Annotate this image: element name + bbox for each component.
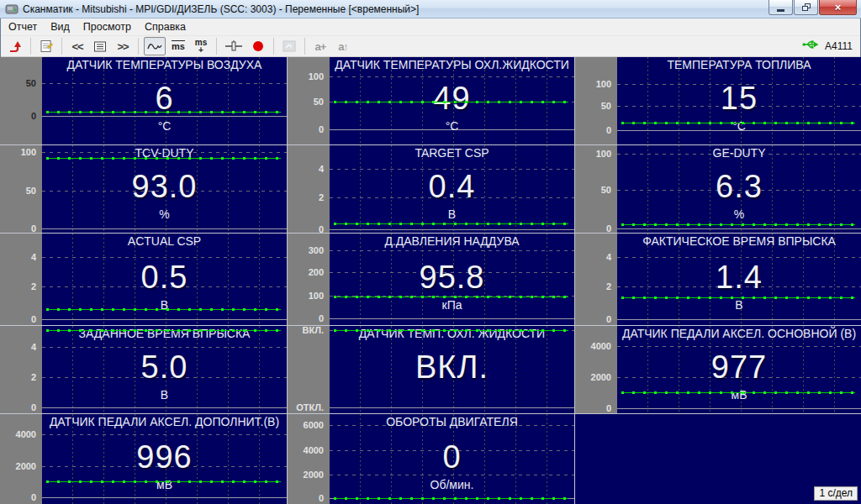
data-trace-line [334,497,568,500]
axis-gutter: 100500 [575,57,617,144]
param-cell[interactable]: 100500ДАТЧИК ТЕМПЕРАТУРЫ ОХЛ.ЖИДКОСТИ49°… [288,57,575,145]
param-value: ВКЛ. [330,349,574,386]
axis-gutter: 100500 [575,145,617,233]
param-cell[interactable]: 400020000ДАТЧИК ПЕДАЛИ АКСЕЛ. ОСНОВНОЙ (… [575,326,861,414]
prev-page-button[interactable]: << [67,37,87,55]
axis-tick-label: 4 [319,164,324,174]
usb-icon [802,39,819,54]
axis-gutter: 400020000 [575,326,617,413]
axis-tick-label: 0 [31,111,36,121]
ms-plus-button[interactable]: ms+ [191,37,211,55]
snapshot-icon [283,40,296,52]
axis-tick-label: 100 [596,149,611,159]
param-value: 0 [330,439,574,475]
param-unit: мВ [617,388,861,402]
font-up-button[interactable]: a↑ [333,37,353,55]
minimize-icon [777,9,784,12]
axis-tick-label: 50 [26,78,36,88]
axis-tick-label: 2 [31,281,36,291]
param-title: Д.ДАВЛЕНИЯ НАДДУВА [330,234,574,248]
param-cell[interactable]: 100500GE-DUTY6.3% [575,145,861,234]
param-unit: % [617,207,861,221]
sensor-probe-icon [225,40,242,52]
data-trace-line [334,223,568,225]
menu-view[interactable]: Вид [44,19,77,34]
disconnect-button[interactable] [5,37,25,55]
plot-area: ДАТЧИК ПЕДАЛИ АКСЕЛ. ДОПОЛНИТ.(В)996мВ [42,414,287,504]
restore-icon [802,3,811,11]
param-cell[interactable]: 100500ТЕМПЕРАТУРА ТОПЛИВА15°C [575,57,861,145]
menu-browse[interactable]: Просмотр [77,19,138,34]
param-value: 1.4 [617,260,861,296]
toolbar-separator [273,38,274,55]
menu-report[interactable]: Отчет [2,19,44,34]
plot-area: Д.ДАВЛЕНИЯ НАДДУВА95.8кПа [330,234,574,325]
axis-tick-label: 100 [309,71,324,81]
param-cell[interactable]: 420ACTUAL CSP0.5В [0,234,288,326]
axis-gutter: 420 [575,234,617,325]
axis-gutter: 6000400020000 [288,414,330,504]
record-button[interactable] [248,37,268,55]
data-trace-line [334,101,568,103]
toolbar-separator [216,38,217,55]
param-unit: Об/мин. [330,478,574,491]
titlebar: Сканматик - Mitsubishi - MPI/GDI/ДИЗЕЛЬ … [0,0,861,18]
sensor-button[interactable] [222,37,246,55]
zero-gridline [42,228,287,229]
axis-tick-label: ОТКЛ. [296,402,324,412]
param-value: 93.0 [42,169,287,205]
axis-tick-label: 4000 [16,429,36,439]
gridline [617,346,861,347]
next-page-button[interactable]: >> [113,37,133,55]
close-button[interactable]: × [819,0,857,15]
data-trace-line [334,296,568,298]
font-increase-button[interactable]: a+ [310,37,330,55]
param-list-button[interactable] [90,37,110,55]
axis-tick-label: 6000 [304,420,324,430]
plot-area: ТЕМПЕРАТУРА ТОПЛИВА15°C [617,57,861,144]
report-page-icon [40,39,53,53]
graph-mode-button[interactable] [144,37,166,55]
ms-bar-icon: ms [172,41,185,51]
param-cell[interactable]: 420TARGET CSP0.4В [288,145,575,234]
param-cell[interactable]: ВКЛ.ОТКЛ.ДАТЧИК ТЕМП. ОХЛ. ЖИДКОСТИВКЛ. [288,326,575,414]
axis-tick-label: 4 [606,252,611,262]
axis-tick-label: 0 [319,224,324,234]
plot-area: TCV-DUTY93.0% [42,145,287,233]
zero-gridline [42,319,287,320]
param-unit: В [42,388,287,402]
param-title: TARGET CSP [330,146,574,160]
axis-tick-label: 100 [21,147,36,157]
plot-area: ДАТЧИК ТЕМПЕРАТУРЫ ВОЗДУХА6°C [42,57,287,144]
axis-gutter: 3002001000 [288,234,330,325]
ms-scale-button[interactable]: ms [168,37,188,55]
gridline [42,347,287,348]
param-cell[interactable]: 6000400020000ОБОРОТЫ ДВИГАТЕЛЯ0Об/мин. [288,414,575,504]
param-cell[interactable]: 100500TCV-DUTY93.0% [0,145,288,234]
axis-gutter: ВКЛ.ОТКЛ. [288,326,330,413]
param-cell[interactable]: 420ФАКТИЧЕСКОЕ ВРЕМЯ ВПРЫСКА1.4В [575,234,861,326]
param-cell[interactable]: 500ДАТЧИК ТЕМПЕРАТУРЫ ВОЗДУХА6°C [0,57,288,145]
zero-gridline [42,497,287,498]
param-cell[interactable]: 400020000ДАТЧИК ПЕДАЛИ АКСЕЛ. ДОПОЛНИТ.(… [0,414,288,504]
axis-tick-label: 50 [26,186,36,196]
record-icon [253,41,263,51]
sine-wave-icon [147,40,162,52]
param-title: ДАТЧИК ТЕМПЕРАТУРЫ ОХЛ.ЖИДКОСТИ [330,58,574,71]
param-value: 977 [617,349,861,386]
snapshot-button[interactable] [279,37,299,55]
param-cell[interactable]: 3002001000Д.ДАВЛЕНИЯ НАДДУВА95.8кПа [288,234,575,326]
axis-tick-label: 2 [606,281,611,291]
param-cell[interactable]: 420ЗАДАННОЕ ВРЕМЯ ВПРЫСКА5.0В [0,326,288,414]
axis-tick-label: 0 [31,402,36,412]
restore-button[interactable] [794,0,818,15]
param-title: ОБОРОТЫ ДВИГАТЕЛЯ [330,415,574,428]
plot-area: ДАТЧИК ТЕМПЕРАТУРЫ ОХЛ.ЖИДКОСТИ49°C [330,57,574,144]
minimize-button[interactable] [769,0,793,15]
data-trace-line [46,329,281,332]
data-trace-line [46,157,281,160]
menu-help[interactable]: Справка [138,19,193,34]
plot-area: TARGET CSP0.4В [330,145,574,233]
axis-tick-label: 100 [596,79,611,89]
report-button[interactable] [36,37,56,55]
